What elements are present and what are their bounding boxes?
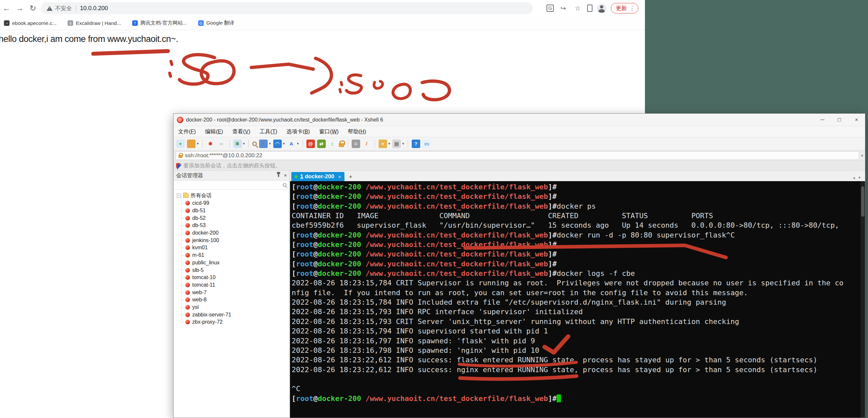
- dropdown-caret-icon[interactable]: ▾: [283, 141, 285, 146]
- lock-icon[interactable]: [339, 143, 344, 147]
- xshell-session-icon: [185, 305, 190, 310]
- menu-item[interactable]: 编辑(E): [205, 128, 223, 135]
- terminal-line: [root@docker-200 /www.yuchaoit.cn/test_d…: [291, 269, 865, 278]
- dropdown-caret-icon[interactable]: ▾: [243, 141, 245, 146]
- tab-scroll-buttons[interactable]: ▴▾: [853, 175, 861, 180]
- session-root-label: 所有会话: [191, 192, 212, 199]
- terminal-scrollbar[interactable]: ▲: [861, 181, 865, 418]
- session-item-m-61[interactable]: m-61: [174, 252, 290, 259]
- forward-icon[interactable]: →: [13, 4, 26, 13]
- dropdown-caret-icon[interactable]: ▾: [402, 141, 404, 146]
- compose-icon[interactable]: /: [363, 140, 371, 148]
- search-icon[interactable]: [283, 183, 286, 187]
- close-button[interactable]: ×: [848, 114, 865, 126]
- globe-icon[interactable]: ◠: [273, 140, 282, 148]
- dropdown-caret-icon[interactable]: ▾: [197, 141, 199, 146]
- session-item-docker-200[interactable]: docker-200: [174, 229, 290, 237]
- menu-item[interactable]: 查看(V): [232, 128, 250, 135]
- session-item-tomcat-11[interactable]: tomcat-11: [174, 281, 290, 289]
- session-item-slb-5[interactable]: slb-5: [174, 266, 290, 274]
- new-session-icon[interactable]: +: [176, 140, 185, 148]
- session-search-row[interactable]: [174, 180, 290, 190]
- session-label: jenkins-100: [192, 238, 219, 243]
- dropdown-caret-icon[interactable]: ▾: [389, 141, 391, 146]
- session-item-cicd-99[interactable]: cicd-99: [174, 200, 290, 207]
- minimize-button[interactable]: ─: [814, 114, 831, 126]
- session-item-web-8[interactable]: web-8: [174, 296, 290, 304]
- maximize-button[interactable]: □: [831, 114, 848, 126]
- toolbar-separator: [203, 140, 203, 148]
- new-file-icon[interactable]: +: [378, 140, 387, 148]
- session-item-db-51[interactable]: db-51: [174, 207, 290, 215]
- session-label: kvm01: [192, 245, 208, 251]
- properties-icon[interactable]: ✲: [233, 140, 242, 148]
- session-item-db-53[interactable]: db-53: [174, 222, 290, 229]
- toolbar-separator: [303, 140, 303, 148]
- menu-item[interactable]: 文件(F): [178, 128, 196, 135]
- fullscreen-icon[interactable]: ↕: [328, 140, 337, 148]
- menu-item[interactable]: 选项卡(B): [286, 128, 310, 135]
- xshell-titlebar[interactable]: docker-200 - root@docker-200:/www.yuchao…: [174, 114, 865, 126]
- layout-icon[interactable]: ▫: [259, 140, 268, 148]
- xftp-icon[interactable]: ⇄: [317, 140, 326, 148]
- tencent-docs-icon: T: [132, 20, 138, 26]
- session-item-tomcat-10[interactable]: tomcat-10: [174, 274, 290, 281]
- menu-item[interactable]: 工具(T): [259, 128, 277, 135]
- flag-icon[interactable]: [176, 163, 181, 168]
- session-label: web-7: [192, 289, 207, 295]
- collapse-icon[interactable]: −: [177, 194, 181, 198]
- bookmark-item[interactable]: T 腾讯文档-官方网站...: [132, 20, 187, 27]
- bookmark-item[interactable]: ◔ ebook.apecome.c...: [4, 20, 56, 26]
- bookmark-item[interactable]: G Google 翻译: [198, 20, 234, 27]
- keyboard-icon[interactable]: ≡: [352, 140, 360, 148]
- address-dropdown-icon[interactable]: ▾: [861, 153, 863, 158]
- session-item-kvm01[interactable]: kvm01: [174, 244, 290, 252]
- panel-close-icon[interactable]: ×: [284, 172, 287, 179]
- browser-menu-icon[interactable]: ⋮: [629, 5, 635, 11]
- open-folder-icon[interactable]: [187, 140, 195, 148]
- bookmark-star-icon[interactable]: ☆: [573, 4, 583, 12]
- xshell-session-icon: [185, 238, 190, 243]
- session-item-web-7[interactable]: web-7: [174, 289, 290, 296]
- dropdown-caret-icon[interactable]: ▾: [269, 141, 271, 146]
- reconnect-icon[interactable]: ∞: [217, 140, 226, 148]
- translate-icon[interactable]: G: [547, 5, 554, 12]
- session-item-db-52[interactable]: db-52: [174, 214, 290, 222]
- terminal-line: [root@docker-200 /www.yuchaoit.cn/test_d…: [291, 202, 865, 211]
- session-item-public_linux[interactable]: public_linux: [174, 259, 290, 267]
- tab-docker-200[interactable]: 1 docker-200 ×: [291, 172, 344, 181]
- pin-icon[interactable]: [278, 174, 279, 177]
- xshell-main: 会话管理器 × − 所有会话: [174, 171, 865, 418]
- bookmark-item[interactable]: § Excalidraw | Hand...: [68, 20, 121, 26]
- dropdown-caret-icon[interactable]: ▾: [297, 141, 299, 146]
- chrome-update-button[interactable]: 更新 ⋮: [611, 3, 639, 13]
- url-text[interactable]: 10.0.0.200: [80, 5, 108, 12]
- session-item-zabbix-server-71[interactable]: zabbix-server-71: [174, 311, 290, 318]
- terminal-line: 2022-08-26 18:23:22,612 INFO success: ng…: [291, 365, 865, 375]
- side-panel-icon[interactable]: [587, 5, 592, 12]
- ssh-address-field[interactable]: ssh://root:******@10.0.0.200:22: [176, 151, 859, 160]
- share-icon[interactable]: ↪: [558, 4, 568, 12]
- disconnect-icon[interactable]: ✱: [206, 140, 215, 148]
- profile-avatar[interactable]: [597, 4, 606, 13]
- menu-item[interactable]: 帮助(H): [348, 128, 366, 135]
- menu-item[interactable]: 窗口(W): [319, 128, 339, 135]
- session-item-ysl[interactable]: ysl: [174, 304, 290, 311]
- terminal[interactable]: ▲ [root@docker-200 /www.yuchaoit.cn/test…: [290, 181, 865, 418]
- refresh-icon[interactable]: ↻: [26, 4, 39, 13]
- new-tab-button[interactable]: +: [346, 173, 355, 181]
- messages-icon[interactable]: ▭: [423, 140, 431, 148]
- back-icon[interactable]: ←: [0, 4, 13, 13]
- tab-close-icon[interactable]: ×: [338, 174, 341, 179]
- terminal-cursor: [557, 394, 561, 402]
- help-icon[interactable]: ?: [412, 140, 420, 148]
- session-item-jenkins-100[interactable]: jenkins-100: [174, 237, 290, 244]
- session-root-folder[interactable]: − 所有会话: [174, 192, 290, 200]
- address-bar[interactable]: 不安全 10.0.0.200: [41, 2, 533, 14]
- tile-icon[interactable]: ▦: [392, 140, 401, 148]
- bookmark-label: 腾讯文档-官方网站...: [141, 20, 187, 27]
- xshell-ball-icon[interactable]: @: [306, 140, 315, 148]
- session-item-zbx-proxy-72[interactable]: zbx-proxy-72: [174, 318, 290, 326]
- font-icon[interactable]: A: [287, 140, 296, 148]
- find-icon[interactable]: [252, 141, 257, 146]
